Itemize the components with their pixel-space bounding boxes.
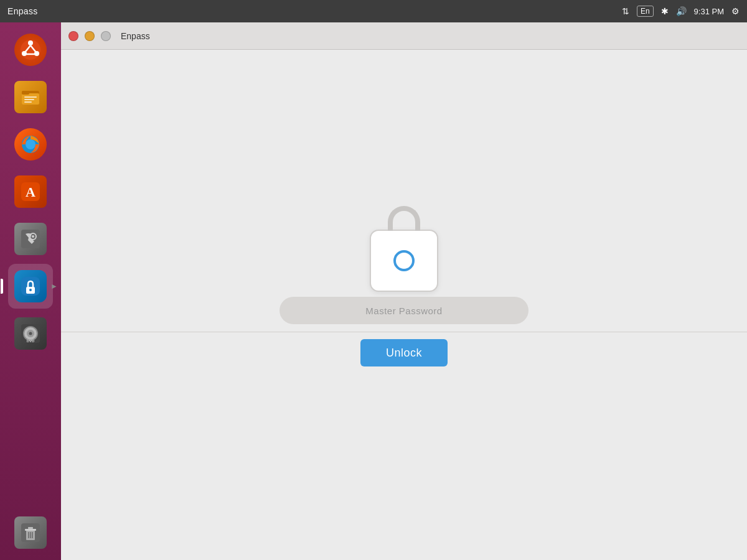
svg-point-16 xyxy=(32,235,34,238)
volume-icon[interactable]: 🔊 xyxy=(676,6,687,16)
svg-rect-28 xyxy=(25,529,36,531)
topbar: Enpass ⇅ En ✱ 🔊 9:31 PM ⚙ xyxy=(0,0,747,22)
bluetooth-icon[interactable]: ✱ xyxy=(661,6,669,16)
settings-icon xyxy=(14,223,47,255)
sidebar-item-ubuntu[interactable] xyxy=(8,27,53,72)
sidebar-item-enpass[interactable]: ► xyxy=(8,264,53,309)
titlebar: Enpass xyxy=(61,22,747,50)
sidebar-item-dvd[interactable]: DVD xyxy=(8,311,53,356)
minimize-button[interactable] xyxy=(85,31,95,41)
svg-point-24 xyxy=(29,332,32,335)
enpass-icon xyxy=(14,270,47,302)
keyboard-arrows-icon[interactable]: ⇅ xyxy=(622,6,629,16)
svg-point-1 xyxy=(28,40,33,45)
sidebar-item-trash[interactable] xyxy=(8,510,53,555)
sidebar-arrow-icon: ► xyxy=(50,282,58,291)
lock-keyhole xyxy=(393,250,415,271)
lock-icon xyxy=(370,206,438,292)
sidebar-item-settings[interactable] xyxy=(8,217,53,261)
unlock-button[interactable]: Unlock xyxy=(360,339,448,366)
master-password-input[interactable] xyxy=(280,297,529,324)
ubuntu-icon xyxy=(14,34,47,66)
maximize-button[interactable] xyxy=(101,31,111,41)
sidebar-item-appstore[interactable]: A xyxy=(8,169,53,214)
main-content: Unlock xyxy=(61,50,747,560)
sidebar-item-files[interactable] xyxy=(8,75,53,119)
topbar-right: ⇅ En ✱ 🔊 9:31 PM ⚙ xyxy=(622,6,740,17)
active-indicator xyxy=(1,279,3,294)
trash-icon xyxy=(14,516,47,549)
svg-rect-8 xyxy=(24,99,34,100)
svg-text:A: A xyxy=(26,184,35,200)
clock: 9:31 PM xyxy=(694,7,724,16)
appstore-icon: A xyxy=(14,175,47,208)
system-settings-icon[interactable]: ⚙ xyxy=(731,6,740,16)
close-button[interactable] xyxy=(68,31,78,41)
svg-rect-9 xyxy=(24,101,32,103)
files-icon xyxy=(14,81,47,113)
svg-point-19 xyxy=(29,289,32,291)
svg-rect-29 xyxy=(28,527,33,529)
form-area: Unlock xyxy=(61,297,747,366)
sidebar-item-firefox[interactable] xyxy=(8,122,53,167)
svg-rect-7 xyxy=(24,96,37,98)
sidebar: A ► xyxy=(0,22,61,560)
svg-point-11 xyxy=(26,139,35,149)
lock-shackle xyxy=(388,206,420,231)
lock-body xyxy=(370,230,438,292)
language-icon[interactable]: En xyxy=(637,6,654,17)
svg-text:DVD: DVD xyxy=(27,339,35,343)
dvd-icon: DVD xyxy=(14,317,47,350)
topbar-app-name: Enpass xyxy=(7,6,38,16)
svg-rect-6 xyxy=(22,91,29,95)
window-title: Enpass xyxy=(121,31,150,41)
firefox-icon xyxy=(14,128,47,161)
lock-container xyxy=(370,206,438,292)
topbar-left: Enpass xyxy=(7,6,38,16)
